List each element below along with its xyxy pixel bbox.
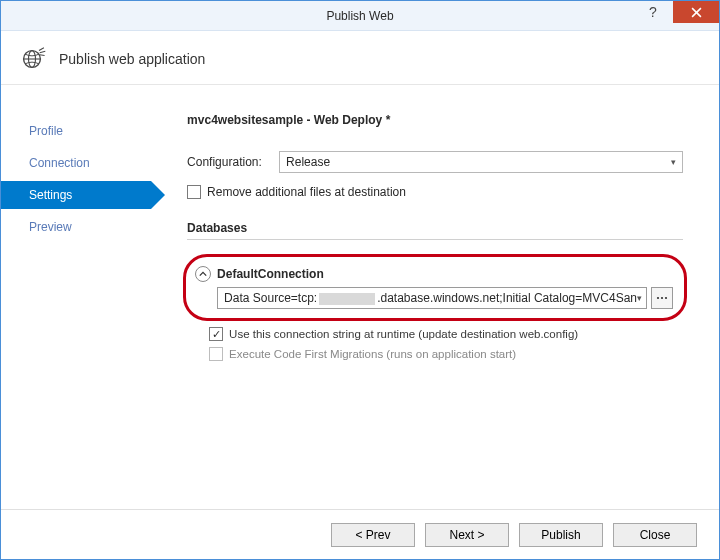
sidebar-item-preview[interactable]: Preview — [1, 213, 151, 241]
use-runtime-checkbox-row[interactable]: Use this connection string at runtime (u… — [209, 327, 683, 341]
collapse-toggle[interactable] — [195, 266, 211, 282]
titlebar: Publish Web ? — [1, 1, 719, 31]
remove-files-checkbox-row[interactable]: Remove additional files at destination — [187, 185, 683, 199]
db-name: DefaultConnection — [217, 267, 324, 281]
use-runtime-checkbox[interactable] — [209, 327, 223, 341]
code-first-label: Execute Code First Migrations (runs on a… — [229, 348, 516, 360]
svg-point-7 — [665, 297, 667, 299]
next-button[interactable]: Next > — [425, 523, 509, 547]
window-title: Publish Web — [326, 9, 393, 23]
dialog-footer: < Prev Next > Publish Close — [1, 509, 719, 559]
prev-button[interactable]: < Prev — [331, 523, 415, 547]
connection-builder-button[interactable] — [651, 287, 673, 309]
close-icon — [691, 7, 702, 18]
page-title: mvc4websitesample - Web Deploy * — [187, 113, 683, 127]
globe-icon — [17, 44, 47, 74]
chevron-down-icon: ▾ — [637, 293, 642, 303]
sidebar-item-connection[interactable]: Connection — [1, 149, 151, 177]
remove-files-checkbox[interactable] — [187, 185, 201, 199]
svg-point-5 — [657, 297, 659, 299]
configuration-value: Release — [286, 155, 330, 169]
ellipsis-icon — [656, 293, 668, 303]
configuration-row: Configuration: Release ▾ — [187, 151, 683, 173]
sidebar-item-settings[interactable]: Settings — [1, 181, 151, 209]
close-button[interactable]: Close — [613, 523, 697, 547]
main-panel: mvc4websitesample - Web Deploy * Configu… — [151, 85, 719, 509]
configuration-label: Configuration: — [187, 155, 279, 169]
connection-string-row: Data Source=tcp:.database.windows.net;In… — [195, 287, 673, 309]
db-header: DefaultConnection — [195, 266, 673, 282]
window-controls: ? — [633, 1, 719, 30]
help-button[interactable]: ? — [633, 1, 673, 23]
remove-files-label: Remove additional files at destination — [207, 185, 406, 199]
databases-heading: Databases — [187, 221, 683, 240]
dialog-body: Profile Connection Settings Preview mvc4… — [1, 85, 719, 509]
publish-button[interactable]: Publish — [519, 523, 603, 547]
close-window-button[interactable] — [673, 1, 719, 23]
connection-string-text: Data Source=tcp:.database.windows.net;In… — [224, 291, 637, 305]
default-connection-block: DefaultConnection Data Source=tcp:.datab… — [187, 260, 683, 319]
configuration-select[interactable]: Release ▾ — [279, 151, 683, 173]
connection-string-combo[interactable]: Data Source=tcp:.database.windows.net;In… — [217, 287, 647, 309]
redacted-server — [319, 293, 375, 305]
use-runtime-label: Use this connection string at runtime (u… — [229, 328, 578, 340]
db-options: Use this connection string at runtime (u… — [187, 327, 683, 361]
sidebar-item-profile[interactable]: Profile — [1, 117, 151, 145]
dialog-window: Publish Web ? Publish web application — [0, 0, 720, 560]
dialog-title: Publish web application — [59, 51, 205, 67]
chevron-up-icon — [199, 270, 207, 278]
code-first-checkbox-row[interactable]: Execute Code First Migrations (runs on a… — [209, 347, 683, 361]
chevron-down-icon: ▾ — [671, 157, 676, 167]
dialog-header: Publish web application — [1, 31, 719, 85]
code-first-checkbox[interactable] — [209, 347, 223, 361]
svg-point-6 — [661, 297, 663, 299]
sidebar: Profile Connection Settings Preview — [1, 85, 151, 509]
